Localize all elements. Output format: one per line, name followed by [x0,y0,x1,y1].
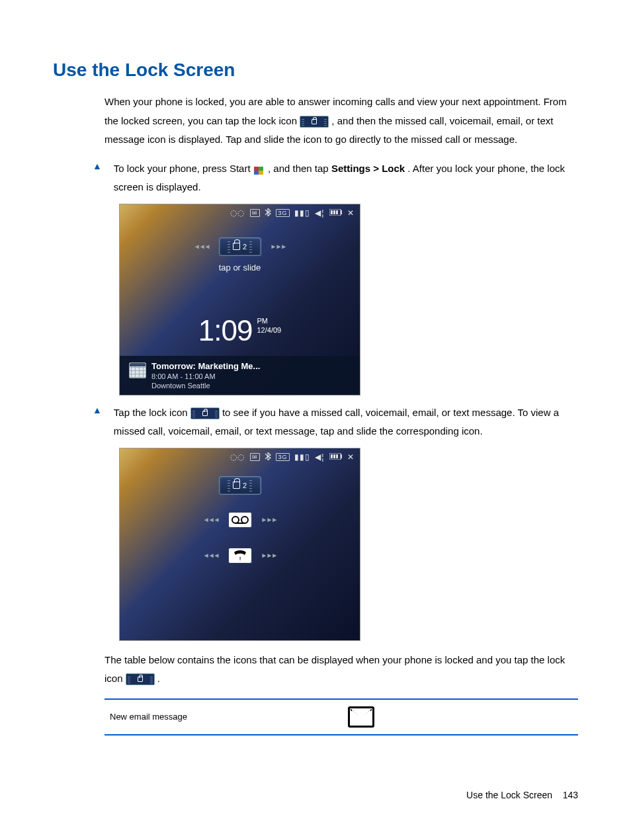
lock-slider-row: ◄◄◄ 2 ►►► [120,237,360,256]
svg-rect-3 [259,171,263,175]
lock-badge-count: 2 [243,243,247,251]
svg-rect-12 [336,454,338,458]
bullet2-text-1: Tap the lock icon [114,407,190,418]
bullet1-bold: Settings > Lock [331,163,405,174]
lock-icon [233,482,240,489]
envelope-status-icon: ✉ [250,453,260,461]
appointment-time: 8:00 AM - 11:00 AM [151,372,353,380]
tap-or-slide-label: tap or slide [120,263,360,273]
volume-status-icon: ◀¦ [315,208,324,218]
svg-rect-8 [341,210,342,214]
page-heading: Use the Lock Screen [53,60,578,81]
clock-time: 1:09 [198,314,253,347]
intro-paragraph: When your phone is locked, you are able … [105,93,578,149]
slide-left-arrows-icon: ◄◄◄ [203,552,219,559]
mail-icon [348,706,374,728]
lock-icon [190,407,220,419]
appointment-bar: Tomorrow: Marketing Me... 8:00 AM - 11:0… [120,356,360,395]
lockscreen-screenshot-2: ◌◌ ✉ 3G ▮▮▯ ◀¦ ✕ 2 ◄◄◄ ►►► ◄◄◄ [119,448,360,641]
table-intro-paragraph: The table below contains the icons that … [105,651,578,689]
svg-text:!: ! [239,556,241,562]
svg-point-14 [232,517,239,523]
lock-icon [300,116,329,128]
bullet-item-2: ▲ Tap the lock icon to see if you have a… [93,403,578,441]
bluetooth-status-icon [265,452,271,462]
appointment-location: Downtown Seattle [151,382,353,390]
table-intro-1: The table below contains the icons that … [105,654,565,685]
svg-rect-6 [333,210,335,214]
slide-right-arrows-icon: ►►► [261,552,277,559]
voicemail-status-icon: ◌◌ [230,208,245,218]
svg-rect-11 [333,454,335,458]
table-cell-label: New email message [110,712,348,722]
table-cell-icon [348,706,374,728]
close-status-icon: ✕ [347,208,355,218]
footer-title: Use the Lock Screen [466,790,552,800]
slide-left-arrows-icon: ◄◄◄ [194,243,210,250]
missed-call-slider-button[interactable]: ! [228,548,252,564]
svg-rect-0 [254,167,259,171]
svg-rect-2 [254,171,259,175]
voicemail-status-icon: ◌◌ [230,452,245,462]
signal-status-icon: ▮▮▯ [294,452,310,462]
status-bar: ◌◌ ✉ 3G ▮▮▯ ◀¦ ✕ [120,208,355,218]
slide-right-arrows-icon: ►►► [261,516,277,523]
bluetooth-status-icon [265,208,271,218]
table-row: New email message [105,700,578,734]
volume-status-icon: ◀¦ [315,452,324,462]
bullet1-text-2: , and then tap [268,163,331,174]
signal-status-icon: ▮▮▯ [294,208,310,218]
bullet1-text-1: To lock your phone, press Start [114,163,253,174]
icon-table: New email message [105,698,578,735]
lock-slider-row: 2 [120,476,360,495]
lock-icon [126,673,155,685]
page-footer: Use the Lock Screen 143 [466,790,578,800]
bullet-item-1: ▲ To lock your phone, press Start , and … [93,159,578,197]
table-bottom-rule [105,734,578,735]
envelope-status-icon: ✉ [250,209,260,217]
svg-rect-5 [331,210,333,214]
lock-slider-button[interactable]: 2 [219,237,261,256]
lock-icon [233,243,240,250]
svg-rect-1 [259,167,263,171]
status-bar: ◌◌ ✉ 3G ▮▮▯ ◀¦ ✕ [120,452,355,462]
svg-rect-7 [336,210,338,214]
triangle-bullet-icon: ▲ [93,161,102,197]
slide-left-arrows-icon: ◄◄◄ [203,516,219,523]
voicemail-slider-button[interactable] [228,512,252,528]
voicemail-slider-row: ◄◄◄ ►►► [120,512,360,528]
start-flag-icon [253,164,265,175]
3g-status-icon: 3G [276,453,289,461]
calendar-icon [129,362,146,378]
svg-rect-10 [331,454,333,458]
svg-point-15 [241,517,248,523]
footer-page-number: 143 [563,790,578,800]
clock-ampm: PM [257,317,269,325]
lock-slider-button[interactable]: 2 [219,476,261,495]
lockscreen-screenshot-1: ◌◌ ✉ 3G ▮▮▯ ◀¦ ✕ ◄◄◄ 2 ►►► tap or slide … [119,204,360,396]
slide-right-arrows-icon: ►►► [271,243,286,250]
3g-status-icon: 3G [276,209,289,217]
svg-rect-13 [341,454,342,458]
clock-block: 1:09 PM 12/4/09 [120,314,360,347]
clock-date: 12/4/09 [257,326,282,334]
close-status-icon: ✕ [347,452,355,462]
lock-badge-count: 2 [243,482,247,489]
triangle-bullet-icon: ▲ [93,405,102,441]
missed-call-slider-row: ◄◄◄ ! ►►► [120,548,360,564]
appointment-title: Tomorrow: Marketing Me... [151,361,353,371]
battery-status-icon [329,452,343,462]
battery-status-icon [329,208,343,218]
table-intro-2: . [157,673,160,684]
